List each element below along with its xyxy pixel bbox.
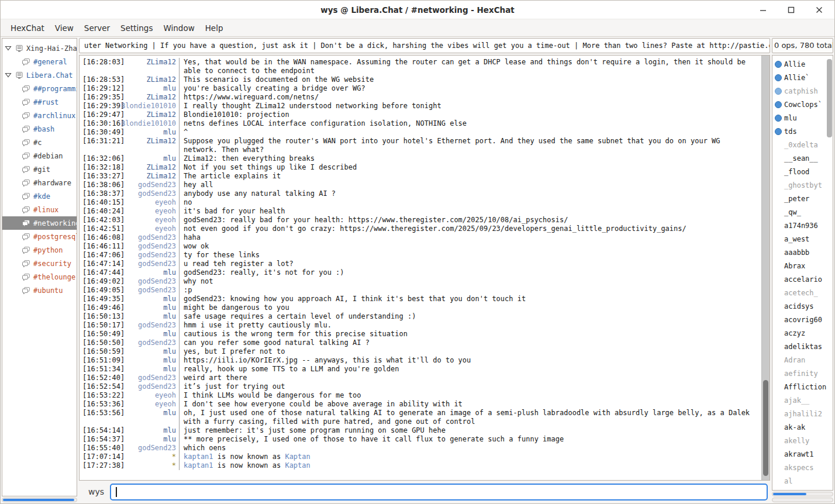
topic-bar[interactable]: uter Networking | If you have a question…	[79, 38, 770, 53]
window-title: wys @ Libera.Chat / #networking - HexCha…	[1, 5, 834, 15]
user-item-allie[interactable]: Allie`	[772, 71, 833, 84]
tree-channel-thelounge[interactable]: #thelounge	[2, 270, 77, 284]
user-name: ak-ak	[784, 423, 805, 431]
channel-icon	[22, 98, 30, 106]
tree-channel-rust[interactable]: ##rust	[2, 95, 77, 109]
tree-hscroll-thumb[interactable]	[3, 499, 74, 501]
user-item-adeliktas[interactable]: adeliktas	[772, 340, 833, 353]
channel-icon	[22, 139, 30, 147]
user-item-aczyz[interactable]: aczyz	[772, 326, 833, 340]
user-item-aaabbb[interactable]: aaabbb	[772, 246, 833, 259]
menu-item-hexchat[interactable]: HexChat	[5, 20, 50, 36]
tree-channel-ubuntu[interactable]: #ubuntu	[2, 284, 77, 297]
user-item-flood[interactable]: _flood	[772, 165, 833, 178]
tree-network-xing-hai-zhan[interactable]: Xing-Hai-Zhan	[2, 42, 77, 55]
chat-vscroll-thumb[interactable]	[763, 380, 768, 475]
message-text: godSend23: really, it's not for you :)	[179, 268, 761, 277]
user-item-adran[interactable]: Adran	[772, 353, 833, 367]
message-text: Suppose you plugged the router's WAN por…	[179, 137, 761, 154]
timestamp: [16:32:06]	[80, 154, 120, 163]
tree-channel-general[interactable]: #general	[2, 55, 77, 68]
chat-message: [16:50:17]godSend23hmm i use it pretty c…	[80, 321, 761, 330]
user-item-mlu[interactable]: mlu	[772, 111, 833, 125]
user-item-0xdelta[interactable]: _0xdelta	[772, 138, 833, 151]
user-list-box: AllieAllie`catphishCowclops`mlutds_0xdel…	[772, 55, 833, 491]
tree-channel-linux[interactable]: #linux	[2, 203, 77, 216]
user-item-ajak[interactable]: ajak__	[772, 393, 833, 407]
user-item-cowclops[interactable]: Cowclops`	[772, 98, 833, 111]
user-item-a-west[interactable]: a_west	[772, 232, 833, 246]
user-item-tds[interactable]: tds	[772, 125, 833, 138]
user-item-acovrig60[interactable]: acovrig60	[772, 313, 833, 326]
timestamp: [16:33:27]	[80, 172, 120, 181]
timestamp: [16:29:47]	[80, 111, 120, 119]
menu-item-window[interactable]: Window	[158, 20, 199, 36]
text-caret	[116, 487, 117, 497]
message-input[interactable]	[110, 484, 768, 500]
chat-message: [16:54:37]mlu** more precisely, I used o…	[80, 435, 761, 444]
close-icon[interactable]	[815, 5, 824, 15]
tree-channel-c[interactable]: #c	[2, 136, 77, 149]
user-item-a174n936[interactable]: a174n936	[772, 219, 833, 232]
tree-channel-hardware[interactable]: #hardware	[2, 176, 77, 189]
user-item-acidsys[interactable]: acidsys	[772, 299, 833, 313]
user-name: accelario	[784, 275, 822, 284]
chat-message: [16:52:40]godSend23weird art there	[80, 374, 761, 382]
nick: *	[120, 453, 179, 461]
nick: godSend23	[120, 444, 179, 453]
user-item-affliction[interactable]: Affliction	[772, 380, 833, 393]
chat-message: [16:38:06]godSend23hey all	[80, 181, 761, 189]
tree-channel-kde[interactable]: #kde	[2, 189, 77, 203]
tree-channel-git[interactable]: #git	[2, 163, 77, 176]
user-item-acetech[interactable]: acetech_	[772, 286, 833, 299]
user-item-akrawt1[interactable]: akrawt1	[772, 447, 833, 461]
menu-item-help[interactable]: Help	[200, 20, 229, 36]
user-item-accelario[interactable]: accelario	[772, 272, 833, 286]
tree-hscrollbar[interactable]	[2, 498, 77, 502]
user-item-qw[interactable]: _qw_	[772, 205, 833, 219]
user-item-aefinity[interactable]: aefinity	[772, 367, 833, 380]
user-item-akspecs[interactable]: akspecs	[772, 461, 833, 474]
userlist-hscrollbar-track[interactable]	[772, 498, 833, 502]
user-item-catphish[interactable]: catphish	[772, 84, 833, 98]
tree-channel-programming[interactable]: ##programming	[2, 82, 77, 95]
user-item-akelly[interactable]: akelly	[772, 434, 833, 447]
userlist-hscrollbar[interactable]	[772, 492, 833, 496]
userlist-hscroll-thumb[interactable]	[773, 493, 806, 495]
timestamp: [16:30:16]	[80, 119, 120, 128]
minimize-icon[interactable]	[758, 5, 768, 15]
menu-item-settings[interactable]: Settings	[115, 20, 158, 36]
chat-vscrollbar[interactable]	[761, 56, 770, 480]
menu-item-server[interactable]: Server	[79, 20, 115, 36]
main-content: Xing-Hai-Zhan#generalLibera.Chat##progra…	[1, 37, 834, 503]
chat-message: [16:38:37]godSend23anybody use any natur…	[80, 189, 761, 198]
tree-channel-archlinux[interactable]: #archlinux	[2, 109, 77, 122]
tree-network-libera-chat[interactable]: Libera.Chat	[2, 68, 77, 82]
expander-icon[interactable]	[5, 72, 12, 78]
network-label: Libera.Chat	[26, 71, 73, 80]
user-item-sean[interactable]: __sean__	[772, 151, 833, 165]
tree-channel-bash[interactable]: #bash	[2, 122, 77, 136]
user-item-peter[interactable]: _peter	[772, 192, 833, 205]
timestamp: [16:50:50]	[80, 339, 120, 347]
tree-channel-networking[interactable]: #networking	[2, 216, 77, 230]
tree-channel-python[interactable]: #python	[2, 243, 77, 257]
chat-message: [16:47:44]mlugodSend23: really, it's not…	[80, 268, 761, 277]
channel-label: #networking	[33, 219, 77, 227]
user-item-abrax[interactable]: Abrax	[772, 259, 833, 272]
user-item-ak-ak[interactable]: ak-ak	[772, 420, 833, 434]
tree-channel-debian[interactable]: #debian	[2, 149, 77, 163]
userlist-vscroll-thumb[interactable]	[827, 59, 832, 137]
user-item-allie[interactable]: Allie	[772, 57, 833, 71]
nick: eyeoh	[120, 207, 179, 216]
timestamp: [16:31:21]	[80, 137, 120, 146]
menu-item-view[interactable]: View	[50, 20, 79, 36]
user-item-al[interactable]: al	[772, 474, 833, 488]
chat-message: [16:55:40]godSend23which oens	[80, 444, 761, 453]
tree-channel-security[interactable]: #security	[2, 257, 77, 270]
expander-icon[interactable]	[5, 45, 12, 51]
user-item-ghostbyt[interactable]: _ghostbyt	[772, 178, 833, 192]
tree-channel-postgresql[interactable]: #postgresql	[2, 230, 77, 243]
maximize-icon[interactable]	[786, 5, 796, 15]
user-item-ajhalili2[interactable]: ajhalili2	[772, 407, 833, 420]
